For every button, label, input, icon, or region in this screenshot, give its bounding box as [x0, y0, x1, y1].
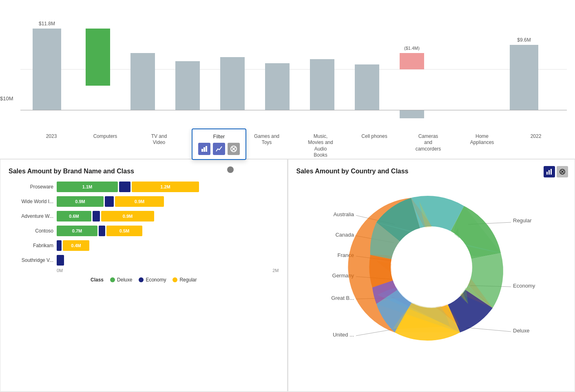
brand-row-fabrikam: Fabrikam 0.4M	[9, 240, 279, 251]
top-chart-panel: $10M $11.8M ($1.4M) ($4.3M) $9.6M	[0, 0, 575, 159]
legend-deluxe-dot	[110, 277, 115, 282]
country-label-canada: Canada	[335, 232, 354, 238]
svg-rect-13	[548, 170, 550, 175]
svg-line-26	[466, 328, 511, 332]
legend-economy-label: Economy	[146, 277, 166, 283]
class-label-regular: Regular	[513, 217, 532, 224]
filter-cancel-icon[interactable]	[228, 143, 240, 155]
brand-label-contoso: Contoso	[9, 228, 53, 234]
legend-class-label: Class	[91, 277, 104, 283]
proseware-yellow-bar: 1.2M	[132, 182, 199, 192]
panel-cancel-icon[interactable]	[557, 166, 568, 177]
x-tick-2m: 2M	[272, 268, 279, 273]
legend-deluxe: Deluxe	[110, 277, 132, 283]
brand-row-proseware: Proseware 1.1M 1.2M	[9, 182, 279, 192]
country-chart-title: Sales Amount by Country and Class	[296, 168, 567, 175]
brand-label-proseware: Proseware	[9, 184, 53, 190]
contoso-green-bar: 0.7M	[57, 226, 97, 236]
proseware-blue-bar	[119, 182, 130, 192]
bar-cameras	[355, 64, 379, 110]
brand-row-southridge: Southridge V...	[9, 255, 279, 266]
panel-bar-chart-icon[interactable]	[544, 166, 555, 177]
brand-chart-title: Sales Amount by Brand Name and Class	[9, 168, 279, 175]
fabrikam-blue-bar	[57, 240, 62, 251]
southridge-blue-bar	[57, 255, 64, 266]
brand-label-southridge: Southridge V...	[9, 257, 53, 263]
bottom-section: Sales Amount by Brand Name and Class Pro…	[0, 159, 575, 392]
bar-cellphones	[310, 59, 334, 110]
class-label-economy: Economy	[513, 283, 535, 289]
svg-text:$9.6M: $9.6M	[517, 37, 531, 43]
x-label-cellphones: Cell phones	[354, 133, 395, 159]
brand-row-contoso: Contoso 0.7M 0.5M	[9, 226, 279, 236]
svg-text:($1.4M): ($1.4M)	[404, 46, 420, 51]
svg-rect-6	[201, 149, 203, 152]
brand-label-wideworld: Wide World I...	[9, 199, 53, 204]
fabrikam-yellow-bar: 0.4M	[63, 240, 89, 251]
top-bar-chart: $11.8M ($1.4M) ($4.3M) $9.6M	[20, 4, 567, 118]
country-label-united: United ...	[333, 332, 354, 338]
x-label-games: Games andToys	[246, 133, 287, 159]
country-label-australia: Australia	[333, 211, 354, 217]
country-chart-panel: Sales Amount by Country and Class Austra…	[288, 159, 575, 392]
brand-label-fabrikam: Fabrikam	[9, 243, 53, 248]
chord-diagram: Australia Canada France Germany Great B.…	[313, 182, 550, 353]
svg-text:$11.8M: $11.8M	[39, 21, 55, 27]
svg-rect-14	[551, 169, 552, 175]
bar-2023	[33, 29, 61, 110]
svg-rect-12	[546, 172, 548, 175]
x-label-music: Music,Movies andAudioBooks	[300, 133, 341, 159]
legend-economy-dot	[139, 277, 144, 282]
panel-icons	[544, 166, 568, 177]
legend-regular-label: Regular	[179, 277, 197, 283]
brand-label-adventure: Adventure W...	[9, 213, 53, 219]
contoso-blue-bar	[99, 226, 105, 236]
bar-home-pos	[400, 53, 424, 69]
x-label-2023: 2023	[31, 133, 72, 159]
chart-legend: Class Deluxe Economy Regular	[9, 277, 279, 283]
chord-diagram-wrapper: Australia Canada France Germany Great B.…	[296, 182, 567, 353]
filter-popup: Filter	[192, 128, 246, 160]
legend-deluxe-label: Deluxe	[117, 277, 132, 283]
class-label-deluxe: Deluxe	[513, 328, 529, 334]
x-tick-0m: 0M	[57, 268, 63, 273]
brand-chart: Proseware 1.1M 1.2M Wide World I... 0.9M…	[9, 182, 279, 266]
x-axis-ticks: 0M 2M	[9, 266, 279, 273]
bar-music	[265, 63, 290, 110]
brand-chart-panel: Sales Amount by Brand Name and Class Pro…	[0, 159, 288, 392]
bar-computers	[86, 29, 110, 86]
adventure-blue-bar	[93, 211, 100, 221]
x-label-2022: 2022	[515, 133, 556, 159]
contoso-yellow-bar: 0.5M	[106, 226, 142, 236]
y-axis-label: $10M	[0, 95, 13, 102]
svg-rect-8	[206, 146, 207, 152]
filter-popup-title: Filter	[198, 133, 240, 140]
wideworld-green-bar: 0.9M	[57, 196, 104, 207]
legend-regular-dot	[172, 277, 177, 282]
filter-bar-chart-icon[interactable]	[198, 143, 210, 155]
x-label-computers: Computers	[85, 133, 126, 159]
proseware-green-bar: 1.1M	[57, 182, 118, 192]
bar-2022	[510, 45, 538, 110]
legend-economy: Economy	[139, 277, 166, 283]
svg-point-28	[391, 227, 471, 307]
x-label-tv: TV andVideo	[139, 133, 179, 159]
filter-line-chart-icon[interactable]	[213, 143, 225, 155]
x-label-home: HomeAppliances	[462, 133, 502, 159]
brand-row-wideworld: Wide World I... 0.9M 0.9M	[9, 196, 279, 207]
bar-games	[220, 57, 245, 110]
adventure-green-bar: 0.6M	[57, 211, 91, 221]
adventure-yellow-bar: 0.9M	[101, 211, 154, 221]
bar-home-neg	[400, 110, 424, 118]
bar-tv	[130, 53, 155, 110]
svg-rect-7	[203, 147, 205, 152]
country-label-greatb: Great B...	[331, 295, 354, 301]
wideworld-yellow-bar: 0.9M	[115, 196, 164, 207]
x-label-cameras: Camerasandcamcorders	[408, 133, 449, 159]
brand-row-adventure: Adventure W... 0.6M 0.9M	[9, 211, 279, 221]
legend-regular: Regular	[172, 277, 197, 283]
wideworld-blue-bar	[105, 196, 114, 207]
bar-audio	[175, 61, 200, 110]
